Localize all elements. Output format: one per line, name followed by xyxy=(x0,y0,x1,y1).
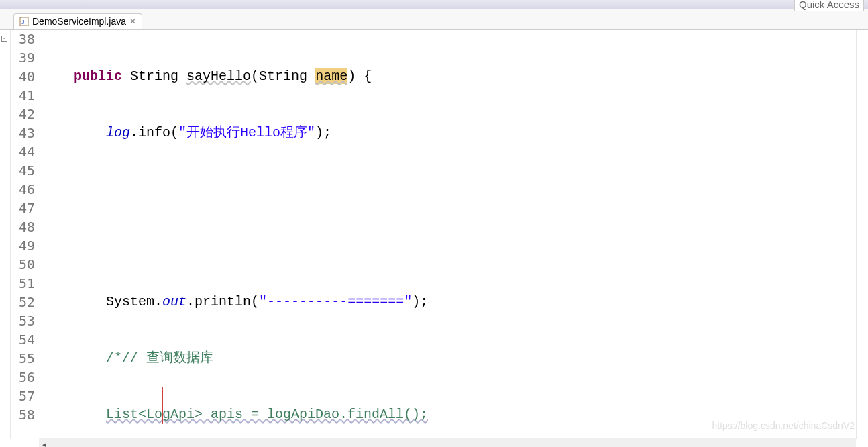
line-number: 55 xyxy=(11,349,35,368)
editor-body: -38 39 40 41 42 43 44 45 46 47 48 49 50 … xyxy=(0,30,868,439)
line-number: 42 xyxy=(11,105,35,123)
horizontal-scrollbar[interactable]: ◄ xyxy=(39,438,856,447)
code-line-43[interactable]: /*// 查询数据库 xyxy=(39,349,856,368)
line-number: 58 xyxy=(11,405,35,424)
line-number: 53 xyxy=(11,311,35,330)
java-file-icon: J xyxy=(19,17,29,26)
line-number: 50 xyxy=(11,255,35,274)
line-number: -38 xyxy=(11,30,35,48)
tab-label: DemoServiceImpl.java xyxy=(32,16,126,27)
line-number-gutter: -38 39 40 41 42 43 44 45 46 47 48 49 50 … xyxy=(11,30,39,439)
line-number: 56 xyxy=(11,368,35,387)
line-number: 52 xyxy=(11,293,35,311)
code-line-44[interactable]: List<LogApi> apis = logApiDao.findAll(); xyxy=(39,405,856,424)
code-line-41[interactable] xyxy=(39,236,856,255)
param-name-occurrence: name xyxy=(315,68,347,84)
line-number: 41 xyxy=(11,86,35,105)
line-number: 57 xyxy=(11,387,35,405)
tab-demoserviceimpl[interactable]: J DemoServiceImpl.java ✕ xyxy=(13,13,142,29)
toolbar: Quick Access xyxy=(0,0,868,9)
line-number: 39 xyxy=(11,48,35,67)
scroll-left-icon[interactable]: ◄ xyxy=(39,441,50,447)
line-number: 40 xyxy=(11,67,35,86)
close-icon[interactable]: ✕ xyxy=(129,17,136,26)
editor-tabs: J DemoServiceImpl.java ✕ xyxy=(0,9,868,30)
fold-toggle-icon[interactable]: - xyxy=(1,36,7,42)
svg-text:J: J xyxy=(21,19,25,26)
code-line-39[interactable]: log.info("开始执行Hello程序"); xyxy=(39,123,856,142)
line-number: 48 xyxy=(11,217,35,236)
code-editor[interactable]: public String sayHello(String name) { lo… xyxy=(39,30,856,439)
code-line-40[interactable] xyxy=(39,180,856,199)
line-number: 44 xyxy=(11,142,35,161)
line-number: 45 xyxy=(11,161,35,180)
code-line-42[interactable]: System.out.println("----------======="); xyxy=(39,293,856,311)
left-margin xyxy=(0,30,11,439)
line-number: 49 xyxy=(11,236,35,255)
line-number: 47 xyxy=(11,199,35,217)
quick-access-field[interactable]: Quick Access xyxy=(794,0,864,11)
line-number: 46 xyxy=(11,180,35,199)
line-number: 54 xyxy=(11,330,35,349)
overview-ruler[interactable] xyxy=(856,30,868,439)
line-number: 51 xyxy=(11,274,35,293)
code-line-38[interactable]: public String sayHello(String name) { xyxy=(39,67,856,86)
line-number: 43 xyxy=(11,123,35,142)
